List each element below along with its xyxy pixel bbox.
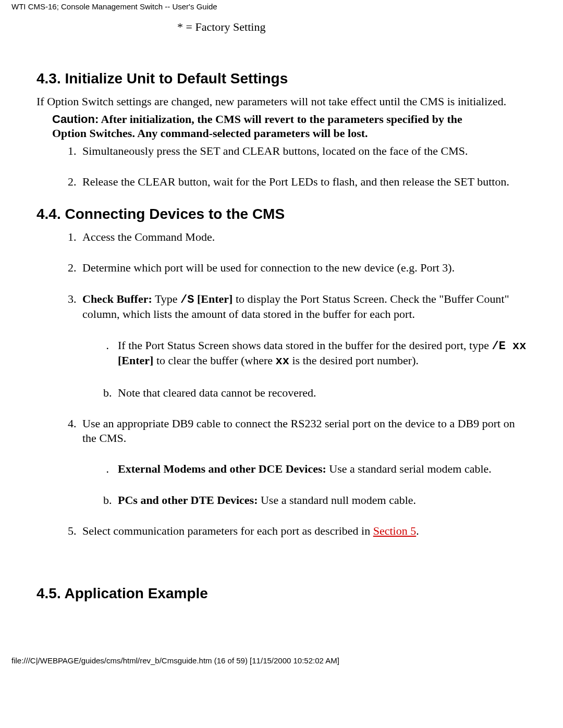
step-4-4-5: Select communication parameters for each… xyxy=(79,524,527,538)
step-4-3-2: Release the CLEAR button, wait for the P… xyxy=(79,175,527,189)
sub-a-end: is the desired port number). xyxy=(289,354,419,367)
steps-4-4: Access the Command Mode. Determine which… xyxy=(36,230,527,538)
heading-4-4: 4.4. Connecting Devices to the CMS xyxy=(36,206,527,223)
enter1: [Enter] xyxy=(194,292,233,305)
caution-label: Caution: xyxy=(52,113,99,126)
caution-4-3: Caution: After initialization, the CMS w… xyxy=(52,112,490,141)
step-4-4-4: Use an appropriate DB9 cable to connect … xyxy=(79,416,527,507)
step3-text-a: Type xyxy=(152,292,180,305)
enter2: [Enter] xyxy=(118,354,153,367)
factory-note: * = Factory Setting xyxy=(36,20,527,34)
heading-4-5: 4.5. Application Example xyxy=(36,585,527,602)
sub-a-mid: to clear the buffer (where xyxy=(153,354,275,367)
cmd-e-xx: /E xx xyxy=(492,340,526,353)
step5-pre: Select communication parameters for each… xyxy=(82,524,373,537)
pc-dte-label: PCs and other DTE Devices: xyxy=(118,493,258,507)
substeps-4-4-3: If the Port Status Screen shows data sto… xyxy=(82,338,527,400)
check-buffer-label: Check Buffer: xyxy=(82,292,152,305)
step5-post: . xyxy=(416,524,419,537)
ext-modem-label: External Modems and other DCE Devices: xyxy=(118,462,326,475)
page-header: WTI CMS-16; Console Management Switch --… xyxy=(0,0,563,13)
step4-text: Use an appropriate DB9 cable to connect … xyxy=(82,417,515,445)
step-4-4-1: Access the Command Mode. xyxy=(79,230,527,244)
page-footer: file:///C|/WEBPAGE/guides/cms/html/rev_b… xyxy=(0,609,563,670)
cmd-s: /S xyxy=(180,293,194,306)
pc-dte-text: Use a standard null modem cable. xyxy=(258,493,416,507)
link-section-5[interactable]: Section 5 xyxy=(373,524,417,537)
sub-a-pre: If the Port Status Screen shows data sto… xyxy=(118,339,492,352)
intro-4-3: If Option Switch settings are changed, n… xyxy=(36,94,527,109)
page-content: * = Factory Setting 4.3. Initialize Unit… xyxy=(0,20,563,602)
substep-4-4-4-b: PCs and other DTE Devices: Use a standar… xyxy=(115,493,527,508)
steps-4-3: Simultaneously press the SET and CLEAR b… xyxy=(36,144,527,189)
ext-modem-text: Use a standard serial modem cable. xyxy=(326,462,492,475)
step-4-4-3: Check Buffer: Type /S [Enter] to display… xyxy=(79,292,527,400)
substep-4-4-4-a: External Modems and other DCE Devices: U… xyxy=(115,462,527,476)
substep-4-4-3-b: Note that cleared data cannot be recover… xyxy=(115,386,527,400)
substep-4-4-3-a: If the Port Status Screen shows data sto… xyxy=(115,338,527,369)
caution-text: After initialization, the CMS will rever… xyxy=(52,113,462,140)
xx: xx xyxy=(276,355,289,368)
substeps-4-4-4: External Modems and other DCE Devices: U… xyxy=(82,462,527,507)
step-4-4-2: Determine which port will be used for co… xyxy=(79,261,527,275)
heading-4-3: 4.3. Initialize Unit to Default Settings xyxy=(36,70,527,87)
step-4-3-1: Simultaneously press the SET and CLEAR b… xyxy=(79,144,527,158)
